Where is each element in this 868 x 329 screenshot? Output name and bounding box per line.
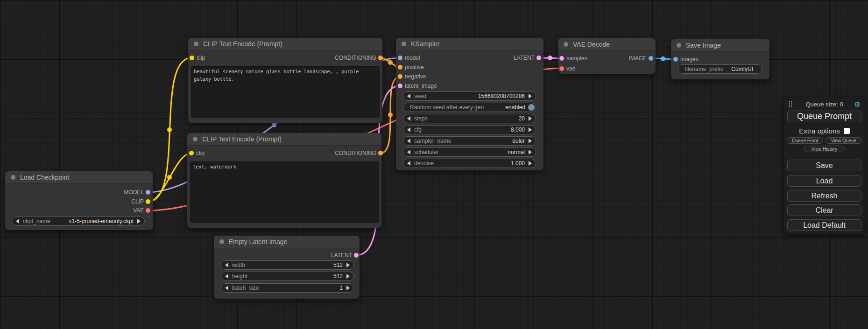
- queue-front-button[interactable]: Queue Front: [787, 137, 823, 144]
- output-label-clip: CLIP: [131, 198, 144, 205]
- input-port-clip[interactable]: [190, 56, 194, 60]
- decrement-arrow-icon[interactable]: [407, 94, 410, 98]
- input-port-model[interactable]: [398, 56, 402, 60]
- queue-prompt-button[interactable]: Queue Prompt: [787, 111, 861, 122]
- input-label-samples: samples: [566, 55, 587, 62]
- output-port-image[interactable]: [649, 56, 653, 61]
- increment-arrow-icon[interactable]: [529, 116, 532, 121]
- input-port-negative[interactable]: [398, 74, 402, 79]
- scheduler-widget[interactable]: scheduler normal: [403, 147, 536, 157]
- input-label-positive: positive: [405, 64, 424, 70]
- decrement-arrow-icon[interactable]: [407, 150, 410, 154]
- decrement-arrow-icon[interactable]: [407, 161, 410, 166]
- collapse-dot-icon[interactable]: [194, 42, 198, 46]
- negative-prompt-textarea[interactable]: text, watermark: [190, 161, 379, 223]
- seed-widget[interactable]: seed 156680208700286: [403, 91, 536, 101]
- height-widget[interactable]: height 512: [221, 272, 354, 281]
- output-port-latent[interactable]: [354, 253, 359, 258]
- widget-value: 512: [333, 262, 343, 268]
- save-button[interactable]: Save: [787, 160, 861, 171]
- random-seed-toggle-widget[interactable]: Random seed after every gen enabled: [403, 103, 536, 112]
- refresh-button[interactable]: Refresh: [787, 190, 861, 202]
- increment-arrow-icon[interactable]: [529, 161, 532, 166]
- width-widget[interactable]: width 512: [221, 260, 354, 270]
- output-port-vae[interactable]: [146, 208, 150, 213]
- denoise-widget[interactable]: denoise 1.000: [403, 159, 536, 168]
- steps-widget[interactable]: steps 20: [403, 114, 536, 123]
- output-port-model[interactable]: [146, 190, 150, 195]
- node-header[interactable]: Load Checkpoint: [5, 171, 153, 184]
- output-port-conditioning[interactable]: [378, 151, 383, 155]
- collapse-dot-icon[interactable]: [11, 175, 15, 180]
- input-label-clip: clip: [196, 150, 205, 156]
- increment-arrow-icon[interactable]: [529, 139, 532, 143]
- collapse-dot-icon[interactable]: [219, 239, 224, 244]
- node-header[interactable]: Save Image: [671, 39, 769, 52]
- node-clip-text-encode-negative[interactable]: CLIP Text Encode (Prompt) clip CONDITION…: [187, 133, 381, 228]
- increment-arrow-icon[interactable]: [529, 150, 532, 154]
- widget-label: ckpt_name: [23, 218, 50, 224]
- extra-options-label: Extra options: [799, 127, 840, 135]
- node-title: Save Image: [686, 42, 721, 49]
- cfg-widget[interactable]: cfg 8.000: [403, 125, 536, 134]
- input-port-positive[interactable]: [398, 65, 402, 70]
- decrement-arrow-icon[interactable]: [16, 219, 19, 224]
- increment-arrow-icon[interactable]: [137, 219, 141, 224]
- decrement-arrow-icon[interactable]: [407, 116, 410, 121]
- decrement-arrow-icon[interactable]: [225, 274, 228, 279]
- decrement-arrow-icon[interactable]: [225, 263, 228, 267]
- node-save-image[interactable]: Save Image images filename_prefix ComfyU…: [671, 39, 769, 79]
- increment-arrow-icon[interactable]: [529, 127, 532, 132]
- decrement-arrow-icon[interactable]: [407, 139, 410, 143]
- input-port-images[interactable]: [673, 57, 678, 62]
- filename-prefix-widget[interactable]: filename_prefix ComfyUI: [678, 64, 762, 74]
- node-header[interactable]: CLIP Text Encode (Prompt): [188, 38, 382, 50]
- widget-value: 1: [339, 285, 343, 291]
- output-label-model: MODEL: [124, 189, 144, 196]
- toggle-knob-icon[interactable]: [528, 104, 535, 111]
- node-header[interactable]: KSampler: [396, 38, 543, 50]
- decrement-arrow-icon[interactable]: [225, 286, 228, 290]
- load-default-button[interactable]: Load Default: [787, 219, 861, 231]
- collapse-dot-icon[interactable]: [564, 42, 568, 47]
- widget-value: 1.000: [511, 160, 525, 167]
- node-ksampler[interactable]: KSampler model positive negative latent_…: [396, 38, 543, 170]
- extra-options-checkbox[interactable]: [844, 128, 850, 134]
- increment-arrow-icon[interactable]: [346, 286, 350, 290]
- node-header[interactable]: VAE Decode: [558, 38, 656, 51]
- sampler-name-widget[interactable]: sampler_name euler: [403, 136, 536, 146]
- node-title: KSampler: [411, 40, 439, 48]
- increment-arrow-icon[interactable]: [529, 94, 532, 98]
- decrement-arrow-icon[interactable]: [407, 127, 410, 132]
- view-queue-button[interactable]: View Queue: [826, 137, 862, 144]
- input-label-clip: clip: [197, 55, 205, 61]
- node-vae-decode[interactable]: VAE Decode samples vae IMAGE: [558, 38, 656, 74]
- batch-size-widget[interactable]: batch_size 1: [221, 283, 354, 293]
- node-header[interactable]: Empty Latent Image: [214, 236, 360, 248]
- input-port-clip[interactable]: [189, 151, 194, 155]
- node-load-checkpoint[interactable]: Load Checkpoint MODEL CLIP VAE ckpt_name…: [5, 171, 153, 230]
- input-port-latent-image[interactable]: [398, 84, 402, 88]
- view-history-button[interactable]: View History: [804, 146, 845, 152]
- node-empty-latent-image[interactable]: Empty Latent Image LATENT width 512 heig…: [214, 236, 360, 299]
- input-port-samples[interactable]: [559, 56, 564, 61]
- widget-value: 8.000: [511, 126, 525, 133]
- output-port-clip[interactable]: [146, 199, 150, 204]
- positive-prompt-textarea[interactable]: beautiful scenery nature glass bottle la…: [191, 66, 380, 118]
- load-button[interactable]: Load: [787, 175, 861, 187]
- input-port-vae[interactable]: [559, 66, 564, 71]
- output-label-latent: LATENT: [331, 252, 352, 259]
- output-port-latent[interactable]: [536, 56, 541, 60]
- increment-arrow-icon[interactable]: [346, 274, 350, 279]
- collapse-dot-icon[interactable]: [193, 137, 198, 141]
- increment-arrow-icon[interactable]: [346, 263, 350, 267]
- clear-button[interactable]: Clear: [787, 204, 861, 216]
- gear-icon[interactable]: ⚙: [854, 101, 861, 108]
- node-clip-text-encode-positive[interactable]: CLIP Text Encode (Prompt) clip CONDITION…: [188, 38, 382, 123]
- output-port-conditioning[interactable]: [378, 56, 383, 60]
- node-header[interactable]: CLIP Text Encode (Prompt): [187, 133, 381, 146]
- collapse-dot-icon[interactable]: [402, 42, 406, 46]
- input-label-negative: negative: [405, 73, 426, 80]
- collapse-dot-icon[interactable]: [677, 43, 681, 48]
- ckpt-name-widget[interactable]: ckpt_name v1-5-pruned-emaonly.ckpt: [12, 217, 145, 226]
